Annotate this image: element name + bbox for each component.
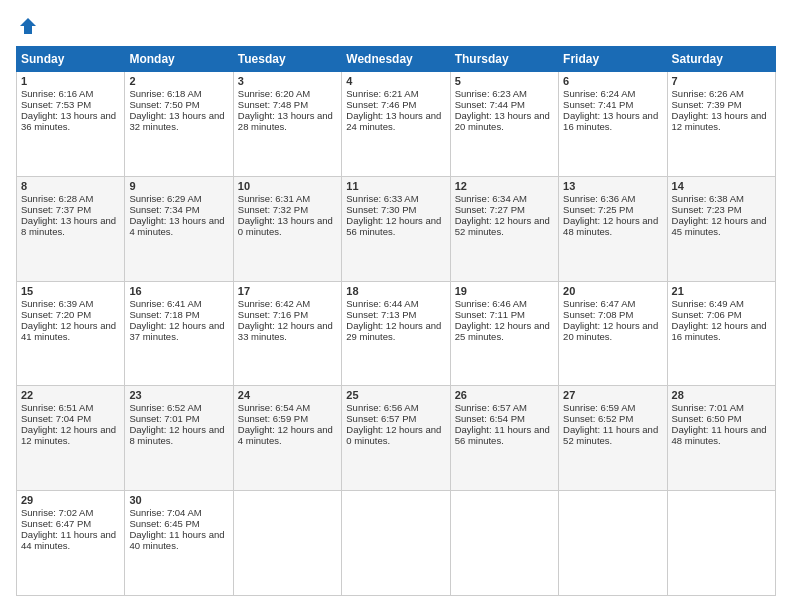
day-number: 20 [563,285,662,297]
table-row: 19Sunrise: 6:46 AMSunset: 7:11 PMDayligh… [450,281,558,386]
sunset: Sunset: 6:47 PM [21,518,91,529]
table-row: 22Sunrise: 6:51 AMSunset: 7:04 PMDayligh… [17,386,125,491]
calendar-week-4: 22Sunrise: 6:51 AMSunset: 7:04 PMDayligh… [17,386,776,491]
sunrise: Sunrise: 6:28 AM [21,193,93,204]
sunset: Sunset: 7:20 PM [21,309,91,320]
table-row: 30Sunrise: 7:04 AMSunset: 6:45 PMDayligh… [125,491,233,596]
table-row [450,491,558,596]
header-sunday: Sunday [17,47,125,72]
sunset: Sunset: 6:54 PM [455,413,525,424]
daylight: Daylight: 13 hours and 16 minutes. [563,110,658,132]
table-row: 17Sunrise: 6:42 AMSunset: 7:16 PMDayligh… [233,281,341,386]
daylight: Daylight: 11 hours and 52 minutes. [563,424,658,446]
daylight: Daylight: 12 hours and 29 minutes. [346,320,441,342]
calendar-week-2: 8Sunrise: 6:28 AMSunset: 7:37 PMDaylight… [17,176,776,281]
table-row: 2Sunrise: 6:18 AMSunset: 7:50 PMDaylight… [125,72,233,177]
sunset: Sunset: 7:01 PM [129,413,199,424]
daylight: Daylight: 12 hours and 48 minutes. [563,215,658,237]
daylight: Daylight: 11 hours and 56 minutes. [455,424,550,446]
sunset: Sunset: 7:44 PM [455,99,525,110]
daylight: Daylight: 13 hours and 8 minutes. [21,215,116,237]
daylight: Daylight: 12 hours and 16 minutes. [672,320,767,342]
calendar-week-3: 15Sunrise: 6:39 AMSunset: 7:20 PMDayligh… [17,281,776,386]
sunset: Sunset: 7:41 PM [563,99,633,110]
table-row [233,491,341,596]
daylight: Daylight: 13 hours and 32 minutes. [129,110,224,132]
daylight: Daylight: 13 hours and 4 minutes. [129,215,224,237]
sunset: Sunset: 6:45 PM [129,518,199,529]
day-number: 4 [346,75,445,87]
header-saturday: Saturday [667,47,775,72]
day-number: 11 [346,180,445,192]
daylight: Daylight: 13 hours and 0 minutes. [238,215,333,237]
table-row [342,491,450,596]
sunrise: Sunrise: 6:31 AM [238,193,310,204]
sunrise: Sunrise: 6:18 AM [129,88,201,99]
day-number: 29 [21,494,120,506]
header-thursday: Thursday [450,47,558,72]
table-row: 9Sunrise: 6:29 AMSunset: 7:34 PMDaylight… [125,176,233,281]
table-row: 11Sunrise: 6:33 AMSunset: 7:30 PMDayligh… [342,176,450,281]
daylight: Daylight: 12 hours and 41 minutes. [21,320,116,342]
sunrise: Sunrise: 6:20 AM [238,88,310,99]
day-number: 18 [346,285,445,297]
sunrise: Sunrise: 6:29 AM [129,193,201,204]
page: Sunday Monday Tuesday Wednesday Thursday… [0,0,792,612]
day-number: 15 [21,285,120,297]
sunrise: Sunrise: 6:36 AM [563,193,635,204]
sunrise: Sunrise: 6:49 AM [672,298,744,309]
day-number: 7 [672,75,771,87]
sunrise: Sunrise: 6:42 AM [238,298,310,309]
day-number: 9 [129,180,228,192]
day-number: 24 [238,389,337,401]
daylight: Daylight: 13 hours and 36 minutes. [21,110,116,132]
sunrise: Sunrise: 6:23 AM [455,88,527,99]
sunset: Sunset: 7:13 PM [346,309,416,320]
daylight: Daylight: 12 hours and 0 minutes. [346,424,441,446]
daylight: Daylight: 13 hours and 20 minutes. [455,110,550,132]
table-row: 13Sunrise: 6:36 AMSunset: 7:25 PMDayligh… [559,176,667,281]
day-number: 17 [238,285,337,297]
daylight: Daylight: 12 hours and 45 minutes. [672,215,767,237]
sunset: Sunset: 7:37 PM [21,204,91,215]
sunset: Sunset: 6:52 PM [563,413,633,424]
sunset: Sunset: 7:04 PM [21,413,91,424]
daylight: Daylight: 13 hours and 12 minutes. [672,110,767,132]
daylight: Daylight: 12 hours and 20 minutes. [563,320,658,342]
day-number: 30 [129,494,228,506]
sunset: Sunset: 7:06 PM [672,309,742,320]
header [16,16,776,36]
table-row: 15Sunrise: 6:39 AMSunset: 7:20 PMDayligh… [17,281,125,386]
daylight: Daylight: 12 hours and 8 minutes. [129,424,224,446]
sunrise: Sunrise: 6:39 AM [21,298,93,309]
daylight: Daylight: 12 hours and 52 minutes. [455,215,550,237]
sunrise: Sunrise: 6:21 AM [346,88,418,99]
sunrise: Sunrise: 6:41 AM [129,298,201,309]
day-number: 26 [455,389,554,401]
sunset: Sunset: 7:27 PM [455,204,525,215]
day-number: 28 [672,389,771,401]
table-row: 20Sunrise: 6:47 AMSunset: 7:08 PMDayligh… [559,281,667,386]
sunset: Sunset: 7:32 PM [238,204,308,215]
sunrise: Sunrise: 6:16 AM [21,88,93,99]
sunrise: Sunrise: 6:38 AM [672,193,744,204]
sunset: Sunset: 7:16 PM [238,309,308,320]
table-row: 28Sunrise: 7:01 AMSunset: 6:50 PMDayligh… [667,386,775,491]
sunrise: Sunrise: 6:34 AM [455,193,527,204]
sunset: Sunset: 7:25 PM [563,204,633,215]
sunset: Sunset: 7:39 PM [672,99,742,110]
day-number: 27 [563,389,662,401]
day-number: 25 [346,389,445,401]
daylight: Daylight: 12 hours and 56 minutes. [346,215,441,237]
sunrise: Sunrise: 6:46 AM [455,298,527,309]
daylight: Daylight: 13 hours and 28 minutes. [238,110,333,132]
logo [16,16,38,36]
table-row: 4Sunrise: 6:21 AMSunset: 7:46 PMDaylight… [342,72,450,177]
sunset: Sunset: 7:30 PM [346,204,416,215]
sunrise: Sunrise: 6:56 AM [346,402,418,413]
sunset: Sunset: 7:48 PM [238,99,308,110]
table-row: 25Sunrise: 6:56 AMSunset: 6:57 PMDayligh… [342,386,450,491]
table-row: 18Sunrise: 6:44 AMSunset: 7:13 PMDayligh… [342,281,450,386]
table-row: 6Sunrise: 6:24 AMSunset: 7:41 PMDaylight… [559,72,667,177]
sunrise: Sunrise: 6:59 AM [563,402,635,413]
